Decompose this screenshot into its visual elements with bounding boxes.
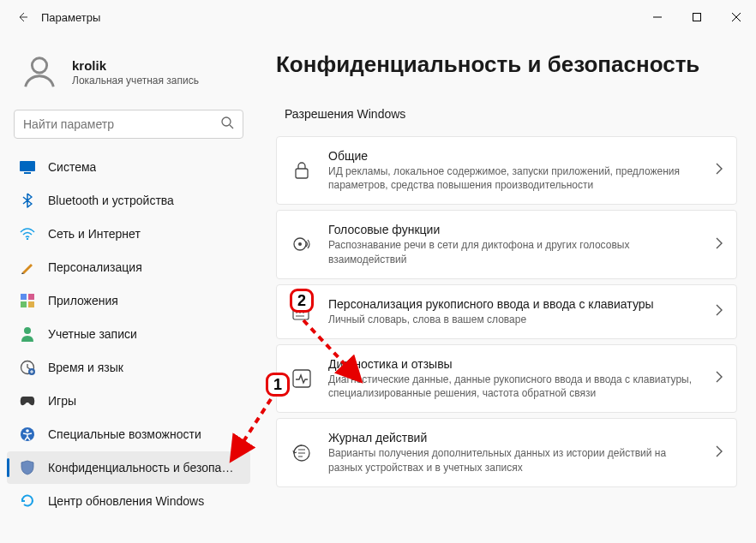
maximize-button[interactable] [677, 3, 717, 31]
sidebar-item-label: Игры [48, 394, 76, 408]
minimize-icon [653, 13, 662, 21]
profile-subtitle: Локальная учетная запись [72, 75, 199, 87]
chevron-right-icon [716, 163, 723, 178]
sidebar-item-label: Время и язык [48, 361, 123, 374]
wifi-icon [19, 225, 36, 242]
maximize-icon [693, 13, 701, 21]
sidebar-item-accounts[interactable]: Учетные записи [7, 318, 250, 350]
svg-point-10 [24, 327, 31, 334]
sidebar-item-label: Центр обновления Windows [48, 494, 204, 508]
svg-rect-7 [28, 294, 34, 300]
svg-point-5 [27, 238, 28, 240]
card-title: Голосовые функции [328, 223, 700, 236]
chevron-right-icon [716, 445, 723, 461]
svg-point-14 [26, 429, 29, 433]
card-desc: Диагностические данные, данные рукописно… [328, 373, 700, 400]
chevron-right-icon [716, 237, 723, 253]
shield-icon [19, 459, 36, 476]
sidebar-item-system[interactable]: Система [7, 151, 250, 183]
chevron-right-icon [716, 304, 723, 319]
activity-icon [291, 367, 313, 390]
profile-name: krolik [72, 58, 199, 73]
profile-block[interactable]: krolik Локальная учетная запись [7, 43, 250, 110]
sidebar-nav: Система Bluetooth и устройства Сеть и Ин… [7, 151, 250, 517]
svg-rect-15 [296, 169, 308, 178]
apps-icon [19, 292, 36, 309]
card-inking[interactable]: Персонализация рукописного ввода и ввода… [276, 284, 737, 339]
sidebar-item-personalization[interactable]: Персонализация [7, 251, 250, 283]
chevron-right-icon [716, 371, 723, 386]
clock-icon [19, 359, 36, 376]
avatar [19, 51, 60, 92]
card-desc: Личный словарь, слова в вашем словаре [328, 313, 700, 326]
back-button[interactable] [9, 3, 36, 31]
search-box[interactable] [14, 110, 243, 139]
card-title: Персонализация рукописного ввода и ввода… [328, 297, 700, 311]
card-desc: Варианты получения дополнительных данных… [328, 446, 700, 474]
svg-point-17 [298, 242, 302, 246]
sidebar-item-label: Сеть и Интернет [48, 227, 141, 241]
bluetooth-icon [19, 192, 36, 209]
sidebar-item-accessibility[interactable]: Специальные возможности [7, 418, 250, 451]
sidebar-item-label: Конфиденциальность и безопасность [48, 461, 238, 474]
search-icon [220, 116, 234, 133]
paint-icon [19, 259, 36, 276]
card-general[interactable]: Общие ИД рекламы, локальное содержимое, … [276, 136, 737, 205]
sidebar-item-update[interactable]: Центр обновления Windows [7, 485, 250, 517]
sidebar-item-time[interactable]: Время и язык [7, 351, 250, 384]
card-speech[interactable]: Голосовые функции Распознавание речи в с… [276, 210, 737, 278]
main-content: Конфиденциальность и безопасность Разреш… [257, 34, 756, 543]
account-icon [19, 325, 36, 343]
sidebar-item-apps[interactable]: Приложения [7, 284, 250, 317]
svg-rect-8 [21, 301, 27, 307]
close-icon [732, 13, 741, 21]
sidebar-item-label: Персонализация [48, 260, 142, 274]
card-title: Журнал действий [328, 431, 700, 445]
card-title: Общие [328, 149, 700, 163]
history-icon [291, 442, 313, 464]
update-icon [19, 492, 36, 510]
svg-rect-0 [693, 14, 701, 21]
sidebar-item-network[interactable]: Сеть и Интернет [7, 218, 250, 250]
sidebar-item-label: Приложения [48, 294, 118, 307]
back-arrow-icon [15, 10, 29, 24]
page-title: Конфиденциальность и безопасность [276, 51, 737, 78]
speech-icon [291, 234, 313, 256]
card-title: Диагностика и отзывы [328, 357, 700, 371]
gaming-icon [19, 392, 36, 409]
svg-rect-9 [28, 301, 34, 307]
sidebar-item-bluetooth[interactable]: Bluetooth и устройства [7, 184, 250, 217]
card-desc: ИД рекламы, локальное содержимое, запуск… [328, 164, 700, 192]
keyboard-pen-icon [291, 301, 313, 323]
minimize-button[interactable] [638, 3, 677, 31]
svg-rect-6 [21, 294, 27, 300]
svg-rect-4 [24, 172, 31, 174]
sidebar-item-gaming[interactable]: Игры [7, 385, 250, 417]
sidebar-item-label: Учетные записи [48, 327, 137, 341]
sidebar-item-label: Специальные возможности [48, 427, 201, 441]
close-button[interactable] [717, 3, 756, 31]
svg-point-1 [32, 58, 46, 73]
card-desc: Распознавание речи в сети для диктофона … [328, 238, 700, 266]
card-activity-history[interactable]: Журнал действий Варианты получения допол… [276, 418, 737, 486]
sidebar-item-label: Bluetooth и устройства [48, 194, 174, 207]
card-diagnostics[interactable]: Диагностика и отзывы Диагностические дан… [276, 344, 737, 413]
sidebar-item-privacy[interactable]: Конфиденциальность и безопасность [7, 451, 250, 484]
lock-icon [291, 159, 313, 182]
accessibility-icon [19, 426, 36, 443]
svg-point-2 [222, 117, 231, 126]
display-icon [19, 158, 36, 176]
search-input[interactable] [23, 117, 220, 131]
sidebar: krolik Локальная учетная запись Система … [0, 34, 257, 543]
window-title: Параметры [41, 11, 100, 24]
person-icon [20, 52, 59, 92]
svg-rect-3 [20, 161, 35, 171]
sidebar-item-label: Система [48, 160, 96, 174]
section-label: Разрешения Windows [285, 107, 737, 121]
titlebar: Параметры [0, 0, 756, 34]
